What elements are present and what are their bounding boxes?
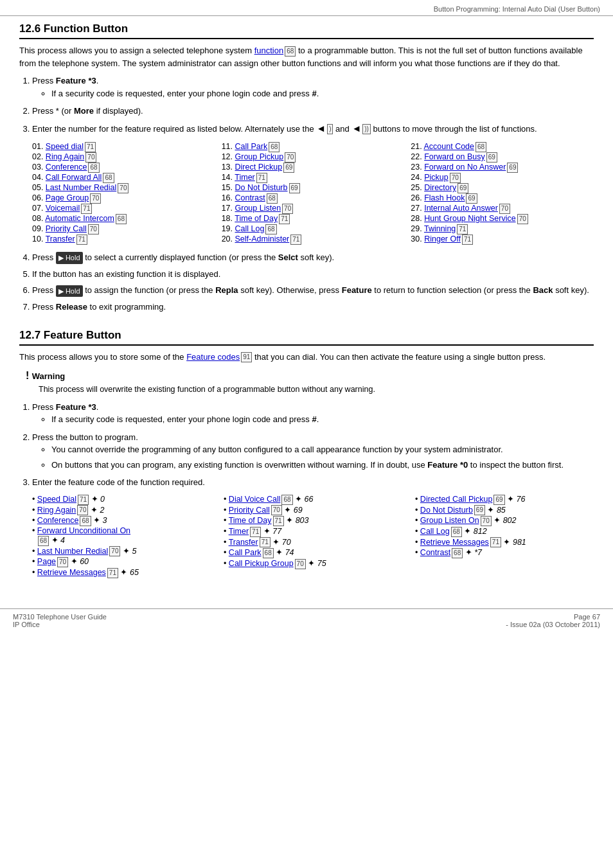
fc-directed-call-pickup-link[interactable]: Directed Call Pickup (420, 495, 493, 504)
function-item-18: 18. Time of Day71 (222, 214, 405, 224)
function-item-09: 09. Priority Call70 (32, 224, 215, 235)
function-link[interactable]: function (254, 46, 284, 55)
group-pickup-link[interactable]: Group Pickup (235, 152, 284, 161)
account-code-link[interactable]: Account Code (424, 142, 475, 151)
fc-timer: • Timer71 ✦ 77 (224, 526, 402, 537)
call-park-link[interactable]: Call Park (235, 142, 268, 151)
priority-call-link[interactable]: Priority Call (46, 224, 87, 233)
voicemail-link[interactable]: Voicemail (46, 204, 80, 213)
fc-page-link[interactable]: Page (37, 557, 56, 566)
hold-button-1: ▶ Hold (56, 252, 83, 264)
fc-call-pickup-group: • Call Pickup Group70 ✦ 75 (224, 558, 402, 569)
time-of-day-link[interactable]: Time of Day (235, 214, 278, 223)
fc-conference-link[interactable]: Conference (37, 516, 79, 525)
step-1-text: Press Feature *3. (32, 76, 98, 85)
fc-contrast: • Contrast68 ✦ *7 (415, 547, 594, 558)
step-6: Press ▶ Hold to assign the function (or … (32, 284, 594, 297)
hold-button-2: ▶ Hold (56, 285, 83, 297)
group-listen-link[interactable]: Group Listen (235, 204, 281, 213)
function-item-23: 23. Forward on No Answer69 (411, 163, 594, 173)
fc-speed-dial-link[interactable]: Speed Dial (37, 495, 76, 504)
contrast-link[interactable]: Contrast (235, 193, 265, 202)
automatic-intercom-link[interactable]: Automatic Intercom (45, 214, 114, 223)
last-number-redial-link[interactable]: Last Number Redial (46, 183, 116, 192)
ringer-off-link[interactable]: Ringer Off (424, 235, 461, 244)
function-item-24: 24. Pickup70 (411, 173, 594, 183)
fc-call-park-link[interactable]: Call Park (229, 548, 262, 557)
pickup-link[interactable]: Pickup (424, 173, 449, 182)
fc-timer-link[interactable]: Timer (229, 527, 249, 536)
step-1: Press Feature *3. If a security code is … (32, 75, 594, 100)
fc-ring-again: • Ring Again70 ✦ 2 (32, 505, 211, 516)
fc-do-not-disturb: • Do Not Disturb69 ✦ 85 (415, 505, 594, 516)
fc-call-park: • Call Park68 ✦ 74 (224, 547, 402, 558)
step-2-1-sub: If a security code is requested, enter y… (51, 413, 594, 426)
function-item-06: 06. Page Group70 (32, 193, 215, 204)
function-item-07: 07. Voicemail71 (32, 204, 215, 214)
step-7: Press Release to exit programming. (32, 301, 594, 314)
fc-col-3: • Directed Call Pickup69 ✦ 76 • Do Not D… (415, 494, 594, 578)
fc-speed-dial: • Speed Dial71 ✦ 0 (32, 494, 211, 505)
fc-transfer-link[interactable]: Transfer (229, 538, 258, 547)
timer-link[interactable]: Timer (235, 173, 254, 182)
page-group-link[interactable]: Page Group (46, 193, 89, 202)
fc-retrieve-messages-2-link[interactable]: Retrieve Messages (420, 538, 489, 547)
fc-directed-call-pickup: • Directed Call Pickup69 ✦ 76 (415, 494, 594, 505)
function-item-20: 20. Self-Administer71 (222, 235, 405, 245)
conference-link[interactable]: Conference (46, 163, 87, 172)
call-forward-all-link[interactable]: Call Forward All (46, 173, 102, 182)
function-item-14: 14. Timer71 (222, 173, 405, 183)
step-2: Press * (or More if displayed). (32, 105, 594, 118)
internal-auto-answer-link[interactable]: Internal Auto Answer (424, 204, 498, 213)
fc-call-log-link[interactable]: Call Log (420, 527, 450, 536)
function-list: 01. Speed dial71 02. Ring Again70 03. Co… (32, 142, 594, 245)
fc-do-not-disturb-link[interactable]: Do Not Disturb (420, 506, 473, 515)
directory-link[interactable]: Directory (424, 183, 456, 192)
forward-on-busy-link[interactable]: Forward on Busy (424, 152, 484, 161)
step-1-substeps: If a security code is requested, enter y… (51, 87, 594, 100)
fc-ring-again-link[interactable]: Ring Again (37, 506, 76, 515)
function-item-03: 03. Conference68 (32, 163, 215, 173)
do-not-disturb-link[interactable]: Do Not Disturb (235, 183, 288, 192)
section-12-6-steps: Press Feature *3. If a security code is … (32, 75, 594, 136)
fc-time-of-day-link[interactable]: Time of Day (229, 516, 272, 525)
feature-codes-badge: 91 (241, 352, 252, 362)
fc-contrast-link[interactable]: Contrast (420, 548, 450, 557)
ring-again-link[interactable]: Ring Again (46, 152, 84, 161)
direct-pickup-link[interactable]: Direct Pickup (235, 163, 283, 172)
function-item-19: 19. Call Log68 (222, 224, 405, 235)
function-item-25: 25. Directory69 (411, 183, 594, 193)
function-badge: 68 (285, 46, 296, 57)
hunt-group-night-service-link[interactable]: Hunt Group Night Service (424, 214, 515, 223)
fc-last-number-redial-link[interactable]: Last Number Redial (37, 547, 108, 556)
function-item-11: 11. Call Park68 (222, 142, 405, 152)
fc-dial-voice-call: • Dial Voice Call68 ✦ 66 (224, 494, 402, 505)
fc-call-pickup-group-link[interactable]: Call Pickup Group (229, 559, 294, 568)
fc-conference: • Conference68 ✦ 3 (32, 515, 211, 526)
function-item-13: 13. Direct Pickup69 (222, 163, 405, 173)
speed-dial-link[interactable]: Speed dial (46, 142, 84, 151)
flash-hook-link[interactable]: Flash Hook (424, 193, 465, 202)
fc-page: • Page70 ✦ 60 (32, 556, 211, 567)
call-log-link[interactable]: Call Log (235, 224, 265, 233)
fc-group-listen-on: • Group Listen On70 ✦ 802 (415, 515, 594, 526)
warning-container: ! Warning This process will overwrite th… (26, 368, 594, 396)
fc-group-listen-on-link[interactable]: Group Listen On (420, 516, 479, 525)
function-item-12: 12. Group Pickup70 (222, 152, 405, 163)
forward-on-no-answer-link[interactable]: Forward on No Answer (424, 163, 506, 172)
fc-forward-unconditional: • Forward Unconditional On 68 ✦ 4 (32, 526, 211, 546)
fc-retrieve-messages-1-link[interactable]: Retrieve Messages (37, 568, 106, 577)
twinning-link[interactable]: Twinning (424, 224, 456, 233)
fc-priority-call-link[interactable]: Priority Call (229, 506, 270, 515)
left-arrow-badge: ) (327, 124, 333, 134)
fc-forward-unconditional-link[interactable]: Forward Unconditional On (37, 526, 130, 535)
content: 12.6 Function Button This process allows… (0, 22, 613, 632)
fc-time-of-day: • Time of Day71 ✦ 803 (224, 515, 402, 526)
function-item-30: 30. Ringer Off71 (411, 235, 594, 245)
transfer-link[interactable]: Transfer (46, 235, 75, 244)
feature-codes-link[interactable]: Feature codes (186, 352, 240, 362)
self-administer-link[interactable]: Self-Administer (235, 235, 290, 244)
fc-dial-voice-call-link[interactable]: Dial Voice Call (229, 495, 281, 504)
function-item-29: 29. Twinning71 (411, 224, 594, 235)
fc-call-log: • Call Log68 ✦ 812 (415, 526, 594, 537)
